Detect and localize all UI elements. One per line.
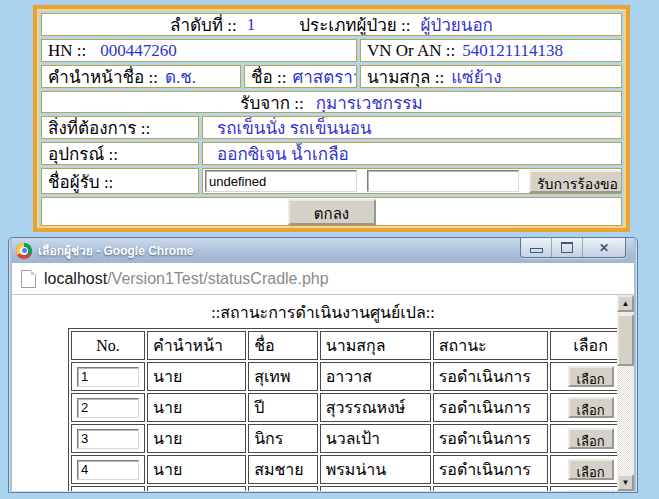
window-title: เลือกผู้ช่วย - Google Chrome xyxy=(38,241,194,260)
firstname-cell: ชื่อ :: ศาสตราวุธ xyxy=(244,65,357,88)
table-row: นาย นิกร นวลเป้า รอดำเนินการ เลือก xyxy=(71,424,631,453)
minimize-button[interactable] xyxy=(521,238,551,257)
received-from-label: รับจาก :: xyxy=(240,91,303,113)
address-bar[interactable]: localhost/Version1Test/statusCradle.php xyxy=(12,263,634,295)
row-surname: อาวาส xyxy=(320,362,431,391)
scroll-down-button[interactable]: ▼ xyxy=(617,474,634,491)
maximize-icon xyxy=(561,242,573,253)
ok-button[interactable]: ตกลง xyxy=(288,199,376,225)
scroll-up-button[interactable]: ▲ xyxy=(617,295,634,312)
prefix-label: คำนำหน้าชื่อ :: xyxy=(48,65,158,88)
firstname-label: ชื่อ :: xyxy=(251,65,286,88)
row-number-input[interactable] xyxy=(77,491,139,492)
chrome-logo-icon xyxy=(16,243,32,259)
sequence-type-row: ลำดับที่ :: 1 ประเภทผู้ป่วย :: ผู้ป่วยนอ… xyxy=(41,13,622,36)
row-name: นิกร xyxy=(248,424,318,453)
page-content: ::สถานะการดำเนินงานศูนย์เปล:: No. คำนำหน… xyxy=(12,295,634,491)
row-name: สมชาย xyxy=(248,455,318,484)
scrollbar-thumb[interactable] xyxy=(617,314,634,366)
receiver-name-input[interactable] xyxy=(205,170,357,192)
select-button[interactable]: เลือก xyxy=(568,459,614,480)
patient-type-value: ผู้ป่วยนอก xyxy=(421,13,493,36)
row-number-input[interactable] xyxy=(77,429,139,449)
select-button[interactable]: เลือก xyxy=(568,366,614,387)
prefix-cell: คำนำหน้าชื่อ :: ด.ช. xyxy=(41,65,241,88)
page-heading: ::สถานะการดำเนินงานศูนย์เปล:: xyxy=(12,295,634,325)
status-table-body: นาย สุเทพ อาวาส รอดำเนินการ เลือก นาย ปี… xyxy=(71,362,631,491)
row-name: สุเทพ xyxy=(248,362,318,391)
table-row: นาย รอดำเนินการ เลือก xyxy=(71,486,631,491)
row-prefix: นาย xyxy=(147,486,246,491)
equipment-value-cell: ออกซิเจน น้ำเกลือ xyxy=(202,142,622,165)
table-row: นาย ปี สุวรรณหงษ์ รอดำเนินการ เลือก xyxy=(71,393,631,422)
hn-label: HN :: xyxy=(48,41,86,61)
need-label-cell: สิ่งที่ต้องการ :: xyxy=(41,116,199,139)
row-surname xyxy=(320,486,431,491)
header-surname: นามสกุล xyxy=(320,331,431,360)
vn-cell: VN Or AN :: 540121114138 xyxy=(360,39,622,62)
receiver-label-cell: ชื่อผู้รับ :: xyxy=(41,168,199,194)
desktop: ลำดับที่ :: 1 ประเภทผู้ป่วย :: ผู้ป่วยนอ… xyxy=(0,0,659,499)
prefix-value: ด.ช. xyxy=(165,65,196,88)
row-surname: นวลเป้า xyxy=(320,424,431,453)
url-text: localhost/Version1Test/statusCradle.php xyxy=(44,270,329,288)
header-prefix: คำนำหน้า xyxy=(147,331,246,360)
vn-value: 540121114138 xyxy=(462,41,563,61)
surname-label: นามสกุล :: xyxy=(367,65,444,88)
sequence-label: ลำดับที่ :: xyxy=(170,13,237,36)
received-from-cell: รับจาก :: กุมารเวชกรรม xyxy=(41,91,622,113)
firstname-value: ศาสตราวุธ xyxy=(292,65,357,88)
accept-request-button[interactable]: รับการร้องขอ xyxy=(529,170,622,193)
row-number-input[interactable] xyxy=(77,367,139,387)
receiver-label: ชื่อผู้รับ :: xyxy=(48,168,113,194)
table-row: นาย สมชาย พรมน่าน รอดำเนินการ เลือก xyxy=(71,455,631,484)
received-from-value: กุมารเวชกรรม xyxy=(316,91,423,113)
table-row: นาย สุเทพ อาวาส รอดำเนินการ เลือก xyxy=(71,362,631,391)
equipment-value: ออกซิเจน น้ำเกลือ xyxy=(217,142,349,165)
status-table: No. คำนำหน้า ชื่อ นามสกุล สถานะ เลือก นา… xyxy=(68,328,634,491)
row-name: ปี xyxy=(248,393,318,422)
row-status: รอดำเนินการ xyxy=(433,362,548,391)
window-controls: ✕ xyxy=(520,238,626,258)
sequence-value: 1 xyxy=(247,15,256,35)
close-icon: ✕ xyxy=(599,241,609,255)
url-host: localhost xyxy=(44,270,107,287)
maximize-button[interactable] xyxy=(551,238,582,257)
vn-label: VN Or AN :: xyxy=(367,41,455,61)
vertical-scrollbar[interactable]: ▲ ▼ xyxy=(617,295,634,491)
ok-row: ตกลง xyxy=(41,197,622,226)
chrome-popup-window: เลือกผู้ช่วย - Google Chrome ✕ localhost… xyxy=(8,237,638,493)
row-number-input[interactable] xyxy=(77,398,139,418)
need-value-cell: รถเข็นนั่ง รถเข็นนอน xyxy=(202,116,622,139)
select-button[interactable]: เลือก xyxy=(568,397,614,418)
page-document-icon xyxy=(21,270,36,288)
receiver-input-cell: รับการร้องขอ xyxy=(202,168,622,194)
row-name xyxy=(248,486,318,491)
hn-cell: HN :: 000447260 xyxy=(41,39,357,62)
url-path: /Version1Test/statusCradle.php xyxy=(107,270,328,287)
row-prefix: นาย xyxy=(147,455,246,484)
header-name: ชื่อ xyxy=(248,331,318,360)
row-surname: สุวรรณหงษ์ xyxy=(320,393,431,422)
row-number-input[interactable] xyxy=(77,460,139,480)
surname-value: แซ่ย้าง xyxy=(451,65,501,88)
close-button[interactable]: ✕ xyxy=(582,238,625,257)
need-label: สิ่งที่ต้องการ :: xyxy=(48,116,150,139)
select-button[interactable]: เลือก xyxy=(568,428,614,449)
window-titlebar[interactable]: เลือกผู้ช่วย - Google Chrome ✕ xyxy=(12,238,634,263)
hn-value: 000447260 xyxy=(100,41,177,61)
patient-request-form: ลำดับที่ :: 1 ประเภทผู้ป่วย :: ผู้ป่วยนอ… xyxy=(33,5,630,232)
select-button[interactable]: เลือก xyxy=(568,490,614,492)
surname-cell: นามสกุล :: แซ่ย้าง xyxy=(360,65,622,88)
row-status: รอดำเนินการ xyxy=(433,486,548,491)
equipment-label-cell: อุปกรณ์ :: xyxy=(41,142,199,165)
row-prefix: นาย xyxy=(147,424,246,453)
row-status: รอดำเนินการ xyxy=(433,455,548,484)
row-status: รอดำเนินการ xyxy=(433,424,548,453)
header-status: สถานะ xyxy=(433,331,548,360)
row-prefix: นาย xyxy=(147,362,246,391)
row-surname: พรมน่าน xyxy=(320,455,431,484)
equipment-label: อุปกรณ์ :: xyxy=(48,142,118,165)
row-prefix: นาย xyxy=(147,393,246,422)
receiver-extra-input[interactable] xyxy=(367,170,519,192)
